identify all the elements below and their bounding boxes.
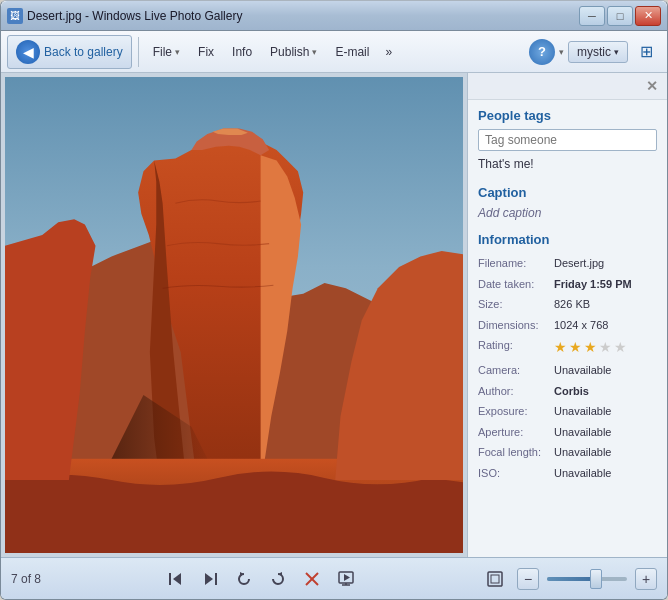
aperture-row: Aperture: Unavailable bbox=[478, 422, 657, 443]
file-menu-button[interactable]: File ▾ bbox=[145, 41, 188, 63]
fix-button[interactable]: Fix bbox=[190, 41, 222, 63]
first-icon bbox=[167, 570, 185, 588]
minimize-button[interactable]: ─ bbox=[579, 6, 605, 26]
app-icon: 🖼 bbox=[7, 8, 23, 24]
caption-section: Caption Add caption bbox=[478, 185, 657, 220]
toolbar-right: ? ▾ mystic ▾ ⊞ bbox=[529, 38, 661, 65]
aperture-value: Unavailable bbox=[554, 422, 657, 443]
star-3[interactable]: ★ bbox=[584, 337, 597, 358]
previous-icon bbox=[201, 570, 219, 588]
photo-area bbox=[1, 73, 467, 557]
rotate-right-button[interactable] bbox=[264, 565, 292, 593]
panel-scroll[interactable]: People tags That's me! Caption Add capti… bbox=[468, 100, 667, 557]
size-label: Size: bbox=[478, 294, 554, 315]
information-section: Information Filename: Desert.jpg Date ta… bbox=[478, 232, 657, 483]
focal-value: Unavailable bbox=[554, 442, 657, 463]
photo-count: 7 of 8 bbox=[11, 572, 41, 586]
exposure-value: Unavailable bbox=[554, 401, 657, 422]
iso-label: ISO: bbox=[478, 463, 554, 484]
previous-photo-button[interactable] bbox=[196, 565, 224, 593]
star-1[interactable]: ★ bbox=[554, 337, 567, 358]
rating-label: Rating: bbox=[478, 335, 554, 360]
date-value: Friday 1:59 PM bbox=[554, 274, 657, 295]
slideshow-button[interactable] bbox=[332, 565, 360, 593]
size-row: Size: 826 KB bbox=[478, 294, 657, 315]
focal-label: Focal length: bbox=[478, 442, 554, 463]
author-row: Author: Corbis bbox=[478, 381, 657, 402]
zoom-thumb[interactable] bbox=[590, 569, 602, 589]
title-bar: 🖼 Desert.jpg - Windows Live Photo Galler… bbox=[1, 1, 667, 31]
star-4[interactable]: ★ bbox=[599, 337, 612, 358]
app-window: 🖼 Desert.jpg - Windows Live Photo Galler… bbox=[0, 0, 668, 600]
playback-controls bbox=[162, 565, 360, 593]
main-content: ✕ People tags That's me! Caption Add cap… bbox=[1, 73, 667, 557]
zoom-controls: − + bbox=[481, 565, 657, 593]
tag-input[interactable] bbox=[478, 129, 657, 151]
desert-photo bbox=[5, 77, 463, 553]
filename-value: Desert.jpg bbox=[554, 253, 657, 274]
info-table: Filename: Desert.jpg Date taken: Friday … bbox=[478, 253, 657, 483]
window-title: Desert.jpg - Windows Live Photo Gallery bbox=[27, 9, 579, 23]
fit-window-icon bbox=[486, 570, 504, 588]
right-panel: ✕ People tags That's me! Caption Add cap… bbox=[467, 73, 667, 557]
windows-button[interactable]: ⊞ bbox=[632, 38, 661, 65]
rotate-left-button[interactable] bbox=[230, 565, 258, 593]
dimensions-label: Dimensions: bbox=[478, 315, 554, 336]
focal-length-row: Focal length: Unavailable bbox=[478, 442, 657, 463]
bottom-bar: 7 of 8 bbox=[1, 557, 667, 599]
first-photo-button[interactable] bbox=[162, 565, 190, 593]
slideshow-icon bbox=[337, 570, 355, 588]
rotate-right-icon bbox=[269, 570, 287, 588]
star-2[interactable]: ★ bbox=[569, 337, 582, 358]
people-tags-title: People tags bbox=[478, 108, 657, 123]
toolbar: ◀ Back to gallery File ▾ Fix Info Publis… bbox=[1, 31, 667, 73]
close-button[interactable]: ✕ bbox=[635, 6, 661, 26]
svg-rect-4 bbox=[215, 573, 217, 585]
email-button[interactable]: E-mail bbox=[327, 41, 377, 63]
caption-title: Caption bbox=[478, 185, 657, 200]
toolbar-separator bbox=[138, 37, 139, 67]
zoom-out-button[interactable]: − bbox=[517, 568, 539, 590]
iso-value: Unavailable bbox=[554, 463, 657, 484]
info-button[interactable]: Info bbox=[224, 41, 260, 63]
photo-container bbox=[5, 77, 463, 553]
close-panel-button[interactable]: ✕ bbox=[643, 77, 661, 95]
panel-header: ✕ bbox=[468, 73, 667, 100]
delete-icon bbox=[303, 570, 321, 588]
svg-marker-11 bbox=[344, 574, 350, 581]
star-rating[interactable]: ★ ★ ★ ★ ★ bbox=[554, 337, 657, 358]
camera-row: Camera: Unavailable bbox=[478, 360, 657, 381]
fit-window-button[interactable] bbox=[481, 565, 509, 593]
zoom-slider[interactable] bbox=[547, 577, 627, 581]
dimensions-row: Dimensions: 1024 x 768 bbox=[478, 315, 657, 336]
filename-label: Filename: bbox=[478, 253, 554, 274]
star-5[interactable]: ★ bbox=[614, 337, 627, 358]
window-controls: ─ □ ✕ bbox=[579, 6, 661, 26]
date-label: Date taken: bbox=[478, 274, 554, 295]
rating-stars-cell: ★ ★ ★ ★ ★ bbox=[554, 335, 657, 360]
size-value: 826 KB bbox=[554, 294, 657, 315]
dropdown-arrow-icon: ▾ bbox=[559, 47, 564, 57]
delete-button[interactable] bbox=[298, 565, 326, 593]
back-to-gallery-button[interactable]: ◀ Back to gallery bbox=[7, 35, 132, 69]
rotate-left-icon bbox=[235, 570, 253, 588]
people-tags-section: People tags That's me! bbox=[478, 108, 657, 173]
camera-label: Camera: bbox=[478, 360, 554, 381]
iso-row: ISO: Unavailable bbox=[478, 463, 657, 484]
exposure-row: Exposure: Unavailable bbox=[478, 401, 657, 422]
svg-marker-3 bbox=[173, 573, 181, 585]
add-caption-button[interactable]: Add caption bbox=[478, 206, 657, 220]
maximize-button[interactable]: □ bbox=[607, 6, 633, 26]
more-button[interactable]: » bbox=[379, 41, 398, 63]
zoom-track bbox=[547, 577, 595, 581]
user-menu-button[interactable]: mystic ▾ bbox=[568, 41, 628, 63]
svg-rect-14 bbox=[488, 572, 502, 586]
svg-marker-5 bbox=[205, 573, 213, 585]
thats-me-label[interactable]: That's me! bbox=[478, 155, 657, 173]
rating-row: Rating: ★ ★ ★ ★ ★ bbox=[478, 335, 657, 360]
help-button[interactable]: ? bbox=[529, 39, 555, 65]
svg-marker-7 bbox=[278, 572, 282, 576]
dimensions-value: 1024 x 768 bbox=[554, 315, 657, 336]
publish-menu-button[interactable]: Publish ▾ bbox=[262, 41, 325, 63]
zoom-in-button[interactable]: + bbox=[635, 568, 657, 590]
